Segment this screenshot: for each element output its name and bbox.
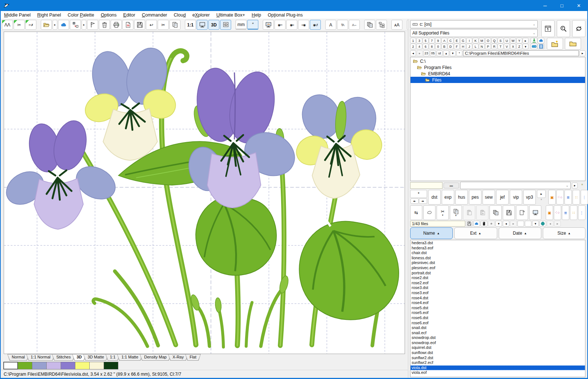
cloud-list-button[interactable] [473, 221, 480, 227]
view-tab[interactable]: Normal [7, 354, 29, 361]
color-info-button-2[interactable]: ⁖⁘ [554, 205, 561, 220]
refresh-button[interactable] [572, 20, 585, 37]
rename-file-button[interactable] [516, 205, 528, 220]
swatch-dark-green[interactable] [104, 362, 118, 369]
alpha-button[interactable]: 4 [416, 44, 422, 49]
tree-item-program-files[interactable]: Program Files [410, 64, 585, 71]
show-start-button[interactable]: ◉╍ [286, 20, 297, 30]
alpha-button[interactable]: I [466, 38, 472, 43]
file-item[interactable]: rose2.dst [410, 275, 585, 281]
hoop-button[interactable] [87, 20, 98, 30]
monogram-button[interactable]: A⇔ [349, 20, 360, 30]
next-file-button[interactable]: ▸ [510, 221, 517, 227]
format-filter-button[interactable]: pes [469, 190, 481, 205]
units-mm-button[interactable]: mm [236, 20, 247, 30]
alpha-button[interactable]: 9 [435, 38, 441, 43]
swatch-periwinkle[interactable] [32, 362, 47, 369]
show-end-button[interactable]: ╍◉ [298, 20, 309, 30]
sew-stitches-button[interactable]: ✂ [14, 20, 25, 30]
text-transform-button[interactable]: TA [337, 20, 348, 30]
file-item[interactable]: rose2.eof [410, 281, 585, 286]
menu-editor[interactable]: Editor [120, 11, 139, 19]
alpha-button[interactable]: U [504, 38, 510, 43]
alpha-button[interactable]: B [441, 44, 447, 49]
open-file-menu-button[interactable]: ▸ [53, 20, 57, 30]
file-item[interactable]: hedera3.eof [410, 246, 585, 251]
cloud-files-button[interactable] [58, 20, 69, 30]
copy-button[interactable] [169, 20, 180, 30]
alpha-button[interactable]: Q [491, 38, 497, 43]
mask-combo[interactable]: ⌄ [460, 182, 571, 189]
swatch-green[interactable] [18, 362, 32, 369]
view-tab[interactable]: 1:1 Normal [26, 354, 55, 361]
alpha-button[interactable]: 5 [423, 38, 429, 43]
menu-options[interactable]: Options [97, 11, 120, 19]
transfer-design-button[interactable] [70, 20, 81, 30]
dir-up-button[interactable]: ▴ [443, 50, 449, 56]
alpha-button[interactable]: H [460, 44, 466, 49]
web-button[interactable] [539, 221, 546, 227]
quick-ut-button[interactable]: ut [437, 50, 442, 56]
convert-format-button[interactable]: ⇆ [410, 205, 422, 220]
hoop-view-button[interactable]: ▣ [548, 190, 556, 205]
format-prev-button[interactable]: ◂• [410, 198, 419, 204]
view-tab[interactable]: X-Ray [168, 354, 188, 361]
search-button[interactable] [557, 20, 570, 37]
delete-button[interactable] [99, 20, 110, 30]
format-filter-button[interactable]: hus [455, 190, 468, 205]
file-item[interactable]: lioness.dst [410, 256, 585, 261]
file-item[interactable]: rose5.dst [410, 306, 585, 311]
file-item[interactable]: rose6.dst [410, 315, 585, 321]
maximize-button[interactable]: □ [553, 0, 570, 11]
alpha-button[interactable]: Y [516, 38, 522, 43]
format-filter-button[interactable]: sew [483, 190, 495, 205]
duplicate-files-button[interactable] [490, 205, 502, 220]
file-item[interactable]: rose4.dst [410, 296, 585, 301]
alpha-button[interactable]: 1 [410, 38, 416, 43]
alpha-button[interactable]: 0 [435, 44, 441, 49]
alpha-button[interactable]: E [454, 38, 460, 43]
fit-screen-button[interactable] [197, 20, 208, 30]
page-next-button[interactable]: ▸ [554, 221, 561, 227]
file-item[interactable]: snail.dst [410, 325, 585, 331]
column-ext[interactable]: Ext ▲ [454, 227, 497, 239]
show-loops-button[interactable]: ◉↺ [310, 20, 321, 30]
menu-ultimate-box[interactable]: Ultimate Box+ [213, 11, 248, 19]
swatch-white[interactable] [3, 362, 18, 369]
tree-item-c-drive[interactable]: C:\ [410, 58, 585, 64]
print-button[interactable] [111, 20, 122, 30]
open-file-button[interactable] [41, 20, 52, 30]
format-filter-button[interactable]: vp3 [523, 190, 536, 205]
send-to-screen-button[interactable] [529, 205, 541, 220]
format-filter-button[interactable]: dst [428, 190, 441, 205]
paste-special-button[interactable] [476, 205, 488, 220]
drive-mini-button[interactable] [531, 44, 537, 49]
page-prev-button[interactable]: ◂ [547, 221, 553, 227]
more-view-button-2[interactable]: ⋮ [578, 205, 585, 220]
filetype-select[interactable]: All Supported Files ⌄ [410, 29, 538, 37]
menu-explorer[interactable]: eXplorer [189, 11, 213, 19]
file-item[interactable]: rose3.dst [410, 285, 585, 290]
menu-commander[interactable]: Commander [139, 11, 171, 19]
units-inch-button[interactable]: ″ [247, 20, 258, 30]
thumbnail-grid-button-2[interactable]: ∷ [570, 205, 577, 220]
file-item[interactable]: plesnivec.dst [410, 260, 585, 266]
swatch-light-purple[interactable] [46, 362, 61, 369]
copy-file-button[interactable]: ▾ [450, 205, 462, 220]
browse-folder-button[interactable] [565, 38, 581, 50]
file-item[interactable]: snowdrop.eof [410, 340, 585, 346]
stitch-editor-button[interactable]: ΛΛ [2, 20, 13, 30]
file-item[interactable]: sunflwr2.ecf [410, 360, 585, 365]
alpha-button[interactable]: R [491, 44, 497, 49]
transfer-menu-button[interactable]: ▸ [82, 20, 86, 30]
current-path-field[interactable]: C:\Program Files\EMBIRD64\Files [463, 50, 579, 56]
alpha-button[interactable]: 8 [429, 44, 435, 49]
alpha-button[interactable]: L [473, 44, 478, 49]
save-button[interactable] [134, 20, 145, 30]
cut-button[interactable]: ✂ [158, 20, 169, 30]
file-item[interactable]: portrait.dst [410, 271, 585, 276]
zoom-1-1-button[interactable]: 1:1 [185, 20, 196, 30]
prev-file-button[interactable]: ◂ [503, 221, 509, 227]
quick-05-button[interactable]: 05 [430, 50, 436, 56]
swatch-yellow[interactable] [75, 362, 90, 369]
